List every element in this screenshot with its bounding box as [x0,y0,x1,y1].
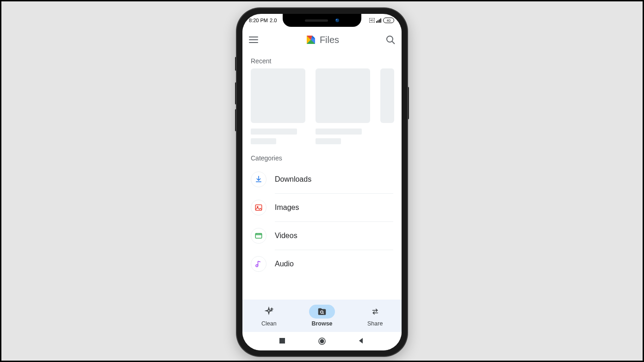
svg-point-17 [320,339,324,344]
svg-rect-5 [380,18,381,23]
recent-placeholder [380,68,402,144]
category-images[interactable]: Images [251,194,393,221]
svg-line-8 [392,42,395,44]
status-extra: 2.0 [270,18,277,23]
category-downloads[interactable]: Downloads [251,166,393,193]
home-button[interactable] [318,337,326,345]
videos-icon [251,228,266,244]
category-label: Videos [275,232,393,240]
nav-share[interactable]: Share [348,300,402,332]
notch [283,14,361,27]
battery-text: 40 [387,18,390,23]
category-label: Images [275,203,393,212]
svg-point-12 [256,265,258,267]
recents-button[interactable] [279,337,287,345]
recent-section-label: Recent [242,53,402,68]
svg-rect-15 [279,338,285,344]
svg-rect-3 [378,20,378,23]
app-header: Files [242,27,402,53]
categories-section-label: Categories [242,144,402,166]
signal-icon [376,18,382,23]
system-nav-bar [242,332,402,350]
svg-rect-9 [255,205,262,210]
sparkle-icon [256,305,282,319]
category-videos[interactable]: Videos [251,222,393,250]
app-logo-icon [305,34,316,45]
svg-point-7 [387,36,393,42]
power-button [407,87,409,119]
bottom-nav: Clean Browse Share [242,300,402,332]
app-title: Files [320,35,339,45]
category-audio[interactable]: Audio [251,250,393,278]
svg-text:4G: 4G [370,19,374,22]
nav-label: Browse [311,320,332,327]
nav-label: Clean [261,320,277,327]
status-time: 8:20 PM [249,18,268,23]
audio-icon [251,256,266,272]
folder-search-icon [309,305,335,319]
back-button[interactable] [357,337,365,345]
sim-icon: 4G [369,18,375,23]
phone-mock: 8:20 PM 2.0 4G 40 [237,8,407,356]
svg-rect-4 [379,19,380,23]
download-icon [251,172,266,187]
recent-list[interactable] [242,68,402,144]
recent-placeholder [316,68,370,144]
transfer-icon [362,305,388,319]
svg-rect-2 [376,21,377,23]
recent-placeholder [251,68,305,144]
menu-button[interactable] [248,34,259,45]
nav-label: Share [367,320,383,327]
images-icon [251,200,266,215]
category-label: Audio [275,260,393,268]
category-label: Downloads [275,175,393,184]
search-button[interactable] [385,34,396,45]
nav-browse[interactable]: Browse [296,300,349,332]
nav-clean[interactable]: Clean [242,300,296,332]
battery-icon: 40 [383,18,395,23]
